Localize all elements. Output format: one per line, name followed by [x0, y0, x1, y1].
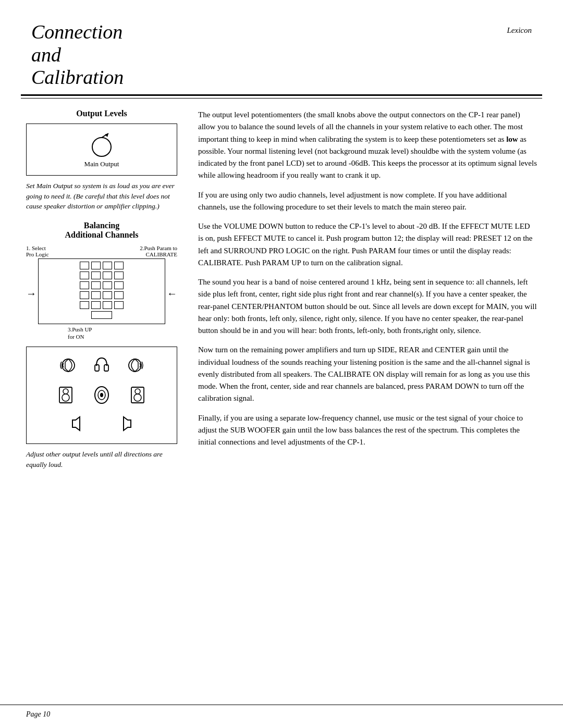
diagram-label: Main Output [84, 160, 119, 168]
para-4: The sound you hear is a band of noise ce… [198, 276, 537, 337]
panel-label-left: 1. Select Pro Logic [26, 245, 49, 257]
rear-left-icon [68, 415, 86, 435]
button-row-4 [42, 291, 161, 299]
svg-marker-17 [124, 417, 131, 430]
btn [80, 272, 89, 279]
center-sub-icon [93, 385, 111, 408]
btn [103, 262, 112, 269]
button-row-5 [42, 301, 161, 309]
btn [103, 291, 112, 299]
bold-low: low [506, 135, 518, 143]
right-surround-icon [125, 355, 145, 378]
balancing-heading: Balancing Additional Channels [26, 221, 177, 240]
btn [91, 301, 101, 309]
para-6: Finally, if you are using a separate low… [198, 412, 537, 449]
panel-label-right: 2.Push Param to CALIBRATE [140, 245, 177, 257]
btn [103, 281, 112, 289]
panel-bottom-label: 3.Push UP for ON [26, 326, 177, 341]
btn [91, 291, 101, 299]
btn [91, 281, 101, 289]
btn [80, 291, 89, 299]
speaker-top-row [32, 355, 172, 378]
speaker-diagram [26, 347, 177, 444]
svg-point-12 [100, 393, 103, 397]
panel-diagram: 1. Select Pro Logic 2.Push Param to CALI… [26, 245, 177, 341]
balancing-caption: Adjust other output levels until all dir… [26, 449, 177, 470]
button-row-1 [42, 262, 161, 269]
output-levels-caption: Set Main Output so system is as loud as … [26, 181, 177, 212]
svg-point-8 [63, 389, 68, 394]
main-content: Output Levels Main Output Set Main Outpu… [0, 98, 563, 489]
btn-wide [91, 311, 112, 319]
svg-point-3 [62, 359, 75, 372]
svg-point-9 [62, 394, 69, 401]
speaker-bottom-row [32, 415, 172, 435]
left-surround-icon [58, 355, 78, 378]
right-front-icon [126, 385, 146, 408]
btn [80, 262, 89, 269]
btn [114, 272, 124, 279]
page-header: Connection and Calibration Lexicon [0, 0, 563, 94]
panel-middle: → [26, 258, 177, 324]
button-row-3 [42, 281, 161, 289]
left-column: Output Levels Main Output Set Main Outpu… [26, 109, 177, 479]
btn [114, 262, 124, 269]
para-3: Use the VOLUME DOWN button to reduce the… [198, 220, 537, 269]
rear-right-icon [117, 415, 135, 435]
btn [103, 301, 112, 309]
output-levels-diagram: Main Output [26, 124, 177, 176]
svg-marker-16 [72, 417, 80, 430]
panel-left-arrow: → [26, 258, 38, 324]
svg-point-6 [129, 359, 141, 372]
page-number: Page 10 [26, 710, 50, 719]
para-1: The output level potentiomenters (the sm… [198, 109, 537, 182]
para-5: Now turn on the remaining power amplifie… [198, 344, 537, 404]
para-2: If you are using only two audio channels… [198, 189, 537, 214]
svg-point-14 [135, 389, 140, 394]
svg-point-15 [134, 394, 141, 401]
btn [114, 301, 124, 309]
speaker-mid-row [32, 385, 172, 408]
left-front-icon [57, 385, 77, 408]
page: Connection and Calibration Lexicon Outpu… [0, 0, 563, 728]
btn [80, 281, 89, 289]
svg-rect-7 [59, 387, 72, 403]
knob-icon [88, 131, 116, 160]
btn [80, 301, 89, 309]
page-footer: Page 10 [0, 705, 563, 728]
panel-top-labels: 1. Select Pro Logic 2.Push Param to CALI… [26, 245, 177, 257]
right-column: The output level potentiomenters (the sm… [193, 109, 537, 479]
svg-rect-13 [131, 387, 144, 403]
btn [91, 262, 101, 269]
center-speaker-icon [94, 355, 109, 378]
button-row-2 [42, 272, 161, 279]
btn [91, 272, 101, 279]
btn [114, 291, 124, 299]
svg-point-0 [92, 138, 111, 156]
btn [114, 281, 124, 289]
output-levels-heading: Output Levels [26, 109, 177, 118]
page-title: Connection and Calibration [31, 21, 124, 89]
button-grid [38, 258, 165, 324]
btn [103, 272, 112, 279]
button-row-6 [42, 311, 161, 319]
panel-right-arrow: ← [165, 258, 177, 324]
header-rule-thick [21, 94, 542, 96]
brand-name: Lexicon [507, 26, 532, 35]
